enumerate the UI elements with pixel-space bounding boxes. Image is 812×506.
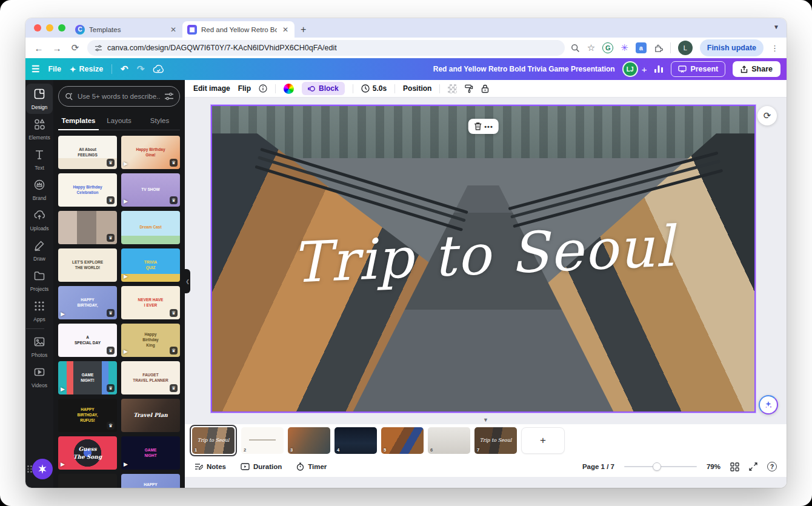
template-thumbnail[interactable]: FAUGET TRAVEL PLANNER♛: [121, 361, 180, 394]
zoom-level[interactable]: 79%: [707, 463, 720, 470]
color-picker-icon[interactable]: [284, 84, 294, 94]
tab-layouts[interactable]: Layouts: [99, 113, 139, 130]
template-thumbnail[interactable]: All About FEELINGS♛: [58, 136, 117, 169]
sidebar-item-text[interactable]: Text: [26, 144, 53, 175]
tab-templates[interactable]: C Templates ✕: [70, 21, 182, 38]
page-thumbnail-2[interactable]: 2: [241, 427, 284, 454]
edit-image-button[interactable]: Edit image: [193, 84, 230, 93]
collaborator-avatar[interactable]: LJ: [622, 61, 638, 77]
page-thumbnail-6[interactable]: 6: [428, 427, 470, 454]
extension-star-icon[interactable]: ✳: [621, 42, 628, 53]
page-thumbnail-4[interactable]: 4: [334, 427, 377, 454]
document-title[interactable]: Red and Yellow Retro Bold Trivia Game Pr…: [433, 65, 615, 73]
sidebar-item-draw[interactable]: Draw: [26, 235, 53, 265]
template-thumbnail[interactable]: TRIVIA QUIZ▶: [121, 248, 180, 282]
page-thumbnail-3[interactable]: 3: [288, 427, 330, 454]
present-button[interactable]: Present: [671, 61, 725, 77]
page-thumbnail-1[interactable]: Trip to Seoul1: [192, 427, 235, 454]
template-thumbnail[interactable]: HAPPY BIRTHDAY,▶♛: [58, 286, 117, 319]
maximize-window-button[interactable]: [58, 24, 65, 32]
lock-icon[interactable]: [481, 84, 489, 93]
cloud-saved-icon[interactable]: [153, 65, 165, 74]
magic-edit-button[interactable]: [759, 395, 778, 414]
file-menu[interactable]: File: [48, 65, 61, 73]
back-icon[interactable]: ←: [33, 43, 45, 53]
undo-icon[interactable]: ↶: [121, 64, 128, 75]
template-thumbnail[interactable]: A SPECIAL DAY♛: [58, 324, 117, 357]
template-thumbnail[interactable]: Happy Birthday Celebration♛: [58, 173, 117, 207]
translate-extension-icon[interactable]: a: [636, 42, 647, 53]
duration-toggle[interactable]: Duration: [241, 463, 282, 470]
add-member-icon[interactable]: +: [642, 64, 647, 75]
template-thumbnail[interactable]: LET'S EXPLORE THE WORLD!: [58, 248, 117, 282]
page-thumbnail-5[interactable]: 5: [381, 427, 424, 454]
transparency-icon[interactable]: [448, 84, 457, 93]
trash-icon[interactable]: [473, 122, 482, 131]
notes-button[interactable]: Notes: [195, 463, 226, 471]
template-thumbnail[interactable]: HAPPY BIRTHDAY, RUFUS!♛: [58, 399, 117, 432]
grammarly-extension-icon[interactable]: G: [602, 42, 613, 53]
template-thumbnail[interactable]: Dream Cast: [121, 211, 180, 244]
insights-icon[interactable]: [654, 65, 664, 73]
home-menu-icon[interactable]: ☰: [32, 64, 39, 75]
browser-menu-icon[interactable]: ⋮: [771, 44, 779, 53]
forward-icon[interactable]: →: [51, 43, 63, 53]
close-tab-icon[interactable]: ✕: [281, 25, 290, 34]
reload-icon[interactable]: ⟳: [69, 42, 81, 53]
template-thumbnail[interactable]: TV SHOW▶♛: [121, 173, 180, 207]
flip-button[interactable]: Flip: [238, 84, 251, 93]
paint-roller-icon[interactable]: [465, 84, 473, 93]
template-thumbnail[interactable]: Happy Birthday Gina!▶♛: [121, 136, 180, 169]
help-icon[interactable]: ?: [767, 462, 777, 471]
search-icon[interactable]: [571, 44, 580, 53]
minimize-window-button[interactable]: [46, 24, 53, 32]
zoom-slider[interactable]: [624, 466, 697, 467]
page-thumbnail-7[interactable]: Trip to Seoul7: [474, 427, 517, 454]
tab-design[interactable]: ▦ Red and Yellow Retro Bold Tri ✕: [182, 21, 295, 38]
animate-button[interactable]: Block: [302, 82, 345, 95]
resize-button[interactable]: ✦Resize: [70, 65, 103, 74]
add-page-button[interactable]: +: [521, 427, 565, 454]
sidebar-item-elements[interactable]: Elements: [26, 114, 53, 144]
template-thumbnail[interactable]: Travel Plan: [121, 399, 180, 432]
close-window-button[interactable]: [34, 24, 41, 32]
sidebar-item-photos[interactable]: Photos: [26, 331, 53, 362]
template-thumbnail[interactable]: GAME NIGHT!▶♛: [58, 361, 117, 394]
template-thumbnail[interactable]: Happy Birthday King▶♛: [121, 324, 180, 357]
tab-search-chevron-icon[interactable]: ▼: [773, 24, 779, 30]
new-tab-button[interactable]: +: [295, 24, 312, 38]
sidebar-item-uploads[interactable]: Uploads: [26, 205, 53, 235]
template-thumbnail[interactable]: NEVER HAVE I EVER♛: [121, 286, 180, 319]
sidebar-item-apps[interactable]: Apps: [26, 296, 53, 326]
position-button[interactable]: Position: [403, 84, 431, 93]
more-options-icon[interactable]: •••: [484, 123, 493, 130]
slide-canvas[interactable]: Trip to Seoul •••: [211, 105, 756, 413]
template-thumbnail[interactable]: PORTFOLIO♛: [58, 474, 117, 488]
address-field[interactable]: canva.com/design/DAGQW7I6T0Y/7-KAcN6IDVh…: [87, 40, 565, 56]
template-thumbnail[interactable]: Guess The Song▶: [58, 436, 117, 470]
fullscreen-icon[interactable]: [749, 462, 757, 471]
template-thumbnail[interactable]: HAPPY BIRTHDAY, Brian!▶♛: [121, 474, 180, 488]
magic-assistant-button[interactable]: [32, 459, 53, 479]
sidebar-item-design[interactable]: Design: [26, 84, 53, 114]
template-thumbnail[interactable]: ♛: [58, 211, 117, 244]
regenerate-button[interactable]: ⟳: [757, 106, 777, 125]
redo-icon[interactable]: ↷: [137, 64, 145, 75]
timer-button[interactable]: Timer: [296, 462, 327, 471]
tab-styles[interactable]: Styles: [139, 113, 180, 130]
extensions-puzzle-icon[interactable]: [654, 44, 663, 53]
sidebar-item-brand[interactable]: Brand: [26, 175, 53, 205]
tab-templates[interactable]: Templates: [58, 113, 99, 130]
finish-update-button[interactable]: Finish update: [700, 39, 764, 56]
template-thumbnail[interactable]: GAME NIGHT▶: [121, 436, 180, 470]
template-search-input[interactable]: Use 5+ words to describe...: [58, 86, 180, 107]
filter-icon[interactable]: [165, 93, 173, 100]
collapse-filmstrip-chevron[interactable]: ▼: [483, 417, 488, 423]
sidebar-item-projects[interactable]: Projects: [26, 265, 53, 296]
site-settings-icon[interactable]: [95, 44, 102, 52]
duration-button[interactable]: 5.0s: [361, 84, 387, 93]
close-tab-icon[interactable]: ✕: [169, 25, 178, 34]
grid-view-icon[interactable]: [730, 462, 739, 471]
sidebar-item-videos[interactable]: Videos: [26, 362, 53, 392]
share-button[interactable]: Share: [733, 61, 780, 77]
